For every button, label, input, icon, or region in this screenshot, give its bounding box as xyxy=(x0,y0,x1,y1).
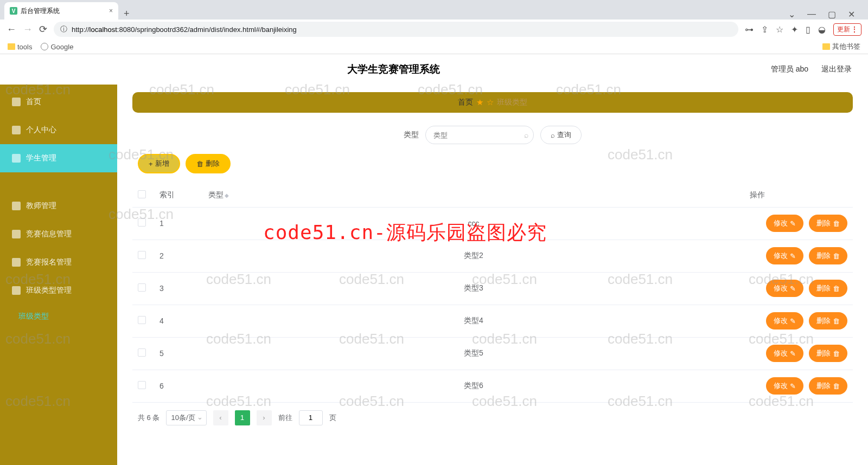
folder-icon xyxy=(822,43,830,50)
key-icon[interactable]: ⊶ xyxy=(745,24,754,35)
tab-title: 后台管理系统 xyxy=(21,7,60,16)
back-icon[interactable]: ← xyxy=(7,24,16,35)
cell-index: 6 xyxy=(154,370,203,402)
toolbar-right: ⊶ ⇪ ☆ ✦ ▯ ◒ 更新 ⋮ xyxy=(745,23,861,36)
window-controls: ⌄ — ▢ ✕ xyxy=(780,9,864,20)
reload-icon[interactable]: ⟳ xyxy=(39,23,47,35)
sidebar-item-competition[interactable]: 竞赛信息管理 xyxy=(0,220,117,248)
search-row: 类型 ⌕ ⌕查询 xyxy=(132,126,853,144)
maximize-icon[interactable]: ▢ xyxy=(828,9,836,20)
sidebar-item-home[interactable]: 首页 xyxy=(0,88,117,116)
signup-icon xyxy=(12,258,21,267)
row-checkbox[interactable] xyxy=(138,381,146,389)
forward-icon[interactable]: → xyxy=(23,24,33,35)
sidebar-item-signup[interactable]: 竞赛报名管理 xyxy=(0,248,117,276)
sidebar-item-classtype[interactable]: 班级类型管理 xyxy=(0,276,117,305)
dropdown-icon[interactable]: ⌄ xyxy=(788,9,795,20)
row-delete-button[interactable]: 删除 🗑 xyxy=(809,345,847,362)
row-checkbox[interactable] xyxy=(138,251,146,259)
cell-type: 类型3 xyxy=(203,272,744,305)
browser-tab[interactable]: V 后台管理系统 × xyxy=(4,2,118,20)
row-delete-button[interactable]: 删除 🗑 xyxy=(809,312,847,330)
row-checkbox[interactable] xyxy=(138,283,146,292)
star-icon: ☆ xyxy=(487,98,494,107)
pagination: 共 6 条 10条/页 ⌄ ‹ 1 › 前往 页 xyxy=(132,410,853,425)
panel-icon[interactable]: ▯ xyxy=(806,24,810,35)
search-input[interactable] xyxy=(425,126,534,144)
edit-button[interactable]: 修改 ✎ xyxy=(766,312,803,330)
edit-button[interactable]: 修改 ✎ xyxy=(766,345,803,362)
share-icon[interactable]: ⇪ xyxy=(761,24,768,35)
breadcrumb-home[interactable]: 首页 xyxy=(458,98,473,107)
sidebar-item-label: 竞赛信息管理 xyxy=(26,229,72,239)
url-input[interactable]: ⓘ http://localhost:8080/springbootrd362/… xyxy=(54,22,738,37)
row-delete-button[interactable]: 删除 🗑 xyxy=(809,280,847,297)
add-button[interactable]: +新增 xyxy=(138,154,180,173)
plus-icon: + xyxy=(149,160,153,168)
edit-button[interactable]: 修改 ✎ xyxy=(766,215,803,232)
page-suffix: 页 xyxy=(329,413,336,423)
row-delete-button[interactable]: 删除 🗑 xyxy=(809,215,847,232)
home-icon xyxy=(12,98,21,106)
col-type[interactable]: 类型◆ xyxy=(203,183,744,207)
info-icon: ⓘ xyxy=(60,24,67,34)
edit-button[interactable]: 修改 ✎ xyxy=(766,377,803,395)
edit-button[interactable]: 修改 ✎ xyxy=(766,280,803,297)
delete-button[interactable]: 🗑删除 xyxy=(186,154,231,173)
bookmark-other[interactable]: 其他书签 xyxy=(822,42,860,51)
query-button[interactable]: ⌕查询 xyxy=(540,126,582,144)
trophy-icon xyxy=(12,230,21,238)
cell-type: 类型5 xyxy=(203,337,744,370)
cell-index: 1 xyxy=(154,207,203,240)
user-label: 管理员 abo xyxy=(771,64,808,74)
total-label: 共 6 条 xyxy=(138,413,159,423)
bookmark-google[interactable]: Google xyxy=(41,43,73,51)
edit-button[interactable]: 修改 ✎ xyxy=(766,247,803,264)
goto-input[interactable] xyxy=(299,410,323,425)
update-button[interactable]: 更新 ⋮ xyxy=(833,23,861,36)
bookmark-tools[interactable]: tools xyxy=(8,43,32,51)
table-row: 6 类型6 修改 ✎ 删除 🗑 xyxy=(132,370,853,402)
page-title: 大学生竞赛管理系统 xyxy=(16,62,771,76)
sidebar-subitem-classtype[interactable]: 班级类型 xyxy=(0,305,117,328)
logout-link[interactable]: 退出登录 xyxy=(821,64,852,74)
row-delete-button[interactable]: 删除 🗑 xyxy=(809,247,847,264)
sidebar-item-students[interactable]: 学生管理 xyxy=(0,144,117,172)
star-icon[interactable]: ☆ xyxy=(776,24,783,35)
cell-index: 5 xyxy=(154,337,203,370)
sidebar: 首页 个人中心 学生管理 教师管理 竞赛信息管理 竞赛报名管理 班级类型管理 班… xyxy=(0,85,117,465)
profile-icon[interactable]: ◒ xyxy=(818,24,826,35)
app-header: 大学生竞赛管理系统 管理员 abo 退出登录 xyxy=(0,54,868,85)
row-delete-button[interactable]: 删除 🗑 xyxy=(809,377,847,395)
sidebar-item-label: 首页 xyxy=(26,97,41,107)
main-content: 首页 ★☆ 班级类型 类型 ⌕ ⌕查询 +新增 🗑删除 索引 xyxy=(117,85,868,465)
prev-page-button[interactable]: ‹ xyxy=(213,410,228,425)
breadcrumb: 首页 ★☆ 班级类型 xyxy=(132,92,853,113)
select-all-checkbox[interactable] xyxy=(138,190,146,198)
cell-index: 2 xyxy=(154,240,203,272)
row-checkbox[interactable] xyxy=(138,218,146,227)
search-icon: ⌕ xyxy=(551,131,555,139)
minimize-icon[interactable]: — xyxy=(807,9,816,20)
page-size-select[interactable]: 10条/页 ⌄ xyxy=(166,410,206,425)
table-row: 3 类型3 修改 ✎ 删除 🗑 xyxy=(132,272,853,305)
close-icon[interactable]: × xyxy=(109,7,113,15)
data-table: 索引 类型◆ 操作 1 ccc 修改 ✎ 删除 🗑 2 类型2 修改 ✎ 删除 … xyxy=(132,183,853,403)
folder-icon xyxy=(8,43,15,50)
trash-icon: 🗑 xyxy=(833,285,840,293)
url-text: http://localhost:8080/springbootrd362/ad… xyxy=(72,25,297,34)
search-icon: ⌕ xyxy=(524,131,528,139)
extension-icon[interactable]: ✦ xyxy=(791,24,798,35)
globe-icon xyxy=(41,43,48,50)
next-page-button[interactable]: › xyxy=(257,410,272,425)
edit-icon: ✎ xyxy=(790,285,796,293)
close-window-icon[interactable]: ✕ xyxy=(848,9,855,20)
page-1-button[interactable]: 1 xyxy=(235,410,250,425)
new-tab-button[interactable]: + xyxy=(118,8,135,20)
trash-icon: 🗑 xyxy=(833,350,840,358)
sidebar-item-teachers[interactable]: 教师管理 xyxy=(0,192,117,220)
row-checkbox[interactable] xyxy=(138,348,146,357)
row-checkbox[interactable] xyxy=(138,316,146,324)
sidebar-item-profile[interactable]: 个人中心 xyxy=(0,116,117,144)
table-row: 5 类型5 修改 ✎ 删除 🗑 xyxy=(132,337,853,370)
